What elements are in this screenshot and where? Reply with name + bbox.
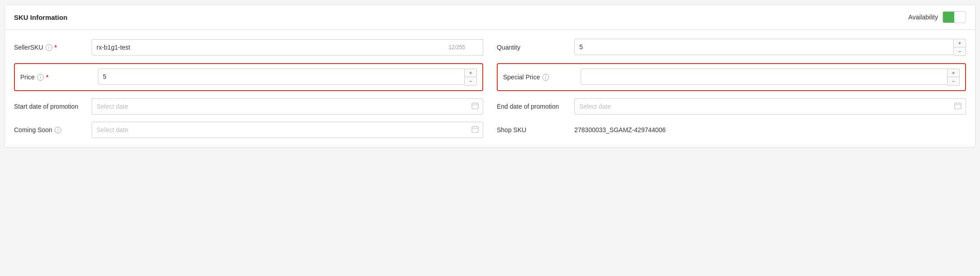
- availability-toggle[interactable]: [943, 11, 966, 23]
- end-date-input[interactable]: [574, 98, 966, 115]
- coming-soon-row: Coming Soon i: [14, 122, 483, 138]
- quantity-label: Quantity: [497, 44, 569, 51]
- special-price-label: Special Price i: [503, 74, 575, 81]
- seller-sku-required: *: [55, 44, 57, 51]
- price-input-wrapper: + −: [98, 69, 477, 86]
- special-price-input[interactable]: [581, 69, 948, 85]
- end-date-label: End date of promotion: [497, 103, 569, 110]
- end-date-input-wrapper: [574, 98, 966, 115]
- coming-soon-input-wrapper: [92, 122, 483, 138]
- seller-sku-input[interactable]: [92, 39, 483, 55]
- special-price-decrement-button[interactable]: −: [948, 77, 959, 85]
- price-info-icon[interactable]: i: [37, 74, 44, 81]
- price-decrement-button[interactable]: −: [465, 77, 476, 85]
- quantity-stepper: + −: [954, 39, 966, 56]
- sku-information-card: SKU Information Availability SellerSKU i…: [5, 5, 975, 147]
- quantity-increment-button[interactable]: +: [954, 39, 966, 47]
- seller-sku-info-icon[interactable]: i: [46, 44, 52, 51]
- start-date-label: Start date of promotion: [14, 103, 86, 110]
- price-row: Price i * + −: [14, 63, 483, 91]
- seller-sku-label: SellerSKU i *: [14, 44, 86, 51]
- price-stepper: + −: [465, 69, 477, 86]
- special-price-stepper: + −: [948, 69, 960, 86]
- end-date-row: End date of promotion: [497, 98, 966, 115]
- seller-sku-input-wrapper: 12/255: [92, 39, 483, 55]
- card-body: SellerSKU i * 12/255 Quantity: [5, 30, 975, 147]
- price-input-group: + −: [98, 69, 477, 86]
- start-date-input-wrapper: [92, 98, 483, 115]
- start-date-row: Start date of promotion: [14, 98, 483, 115]
- toggle-on-segment: [943, 12, 954, 23]
- price-increment-button[interactable]: +: [465, 69, 476, 77]
- special-price-info-icon[interactable]: i: [542, 74, 549, 81]
- coming-soon-info-icon[interactable]: i: [55, 127, 61, 133]
- price-required: *: [46, 74, 48, 81]
- special-price-input-wrapper: + −: [581, 69, 960, 86]
- special-price-row: Special Price i + −: [497, 63, 966, 91]
- special-price-input-group: + −: [581, 69, 960, 86]
- shop-sku-label: Shop SKU: [497, 126, 569, 133]
- availability-container: Availability: [908, 11, 966, 23]
- card-header: SKU Information Availability: [5, 5, 975, 30]
- coming-soon-label: Coming Soon i: [14, 126, 86, 133]
- coming-soon-input[interactable]: [92, 122, 483, 138]
- price-input[interactable]: [98, 69, 465, 85]
- quantity-decrement-button[interactable]: −: [954, 47, 966, 55]
- toggle-off-segment: [954, 12, 966, 23]
- special-price-increment-button[interactable]: +: [948, 69, 959, 77]
- quantity-input-group: + −: [574, 39, 966, 56]
- price-label: Price i *: [20, 74, 92, 81]
- start-date-input[interactable]: [92, 98, 483, 115]
- shop-sku-row: Shop SKU 278300033_SGAMZ-429744006: [497, 122, 966, 138]
- availability-label: Availability: [908, 14, 938, 21]
- seller-sku-input-group: 12/255: [92, 39, 483, 55]
- quantity-row: Quantity + −: [497, 39, 966, 56]
- form-grid: SellerSKU i * 12/255 Quantity: [14, 39, 966, 138]
- seller-sku-row: SellerSKU i * 12/255: [14, 39, 483, 56]
- quantity-input[interactable]: [574, 39, 954, 55]
- card-title: SKU Information: [14, 14, 67, 21]
- quantity-input-wrapper: + −: [574, 39, 966, 56]
- shop-sku-value: 278300033_SGAMZ-429744006: [574, 126, 666, 133]
